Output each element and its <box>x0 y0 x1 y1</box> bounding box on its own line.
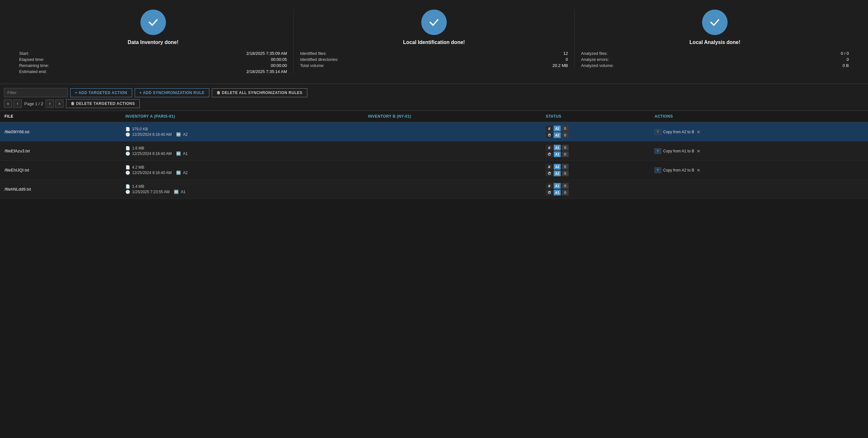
total-volume-label: Total volume: <box>300 63 440 68</box>
inv-a-date: 12/25/2024 8:16:40 AM <box>132 151 172 156</box>
status-cell: # A2 B ⏱ A2 B <box>541 161 650 180</box>
inv-a-size: 1.4 MB <box>132 184 144 189</box>
clock-badge-bottom: ⏱ <box>546 171 553 176</box>
version-badge-top: A1 <box>554 183 561 189</box>
inv-a-info: 📄 1.4 MB 🕐 1/25/2025 7:23:55 AM 🔤 A1 <box>125 184 359 194</box>
status-badges: # A2 B ⏱ A2 B <box>546 164 646 176</box>
server-icon: 🔤 <box>176 132 181 137</box>
hash-badge-top: # <box>546 183 553 189</box>
inv-a-tag: A1 <box>183 151 188 156</box>
inv-a-size-row: 📄 4.2 MB <box>125 165 359 170</box>
status-badge-row-bottom: ⏱ A1 B <box>546 151 646 157</box>
estimated-end-label: Estimated end: <box>19 69 143 74</box>
action-type-tag: T <box>654 167 661 173</box>
remaining-value: 00:00:00 <box>153 63 287 68</box>
inv-a-cell: 📄 1.6 MB 🕐 12/25/2024 8:16:40 AM 🔤 A1 <box>121 141 364 161</box>
server-icon: 🔤 <box>176 171 181 175</box>
analyzed-volume-value: 0 B <box>732 63 849 68</box>
server-icon: 🔤 <box>176 151 181 156</box>
extra-cell <box>837 180 868 199</box>
table-row[interactable]: /filehNLdd9.txt 📄 1.4 MB 🕐 1/25/2025 7:2… <box>0 180 868 199</box>
analyze-errors-value: 0 <box>732 57 849 62</box>
clock-icon: 🕐 <box>125 171 130 175</box>
analyzed-files-value: 0 / 0 <box>732 51 849 56</box>
table-row[interactable]: /fileEfAzu3.txt 📄 1.6 MB 🕐 12/25/2024 8:… <box>0 141 868 161</box>
clock-badge-bottom: ⏱ <box>546 190 553 195</box>
estimated-end-value: 2/18/2025 7:35:14 AM <box>153 69 287 74</box>
version-badge-bottom: A2 <box>554 171 561 176</box>
inv-a-date: 1/25/2025 7:23:55 AM <box>132 190 169 194</box>
local-analysis-panel: Local Analysis done! Analyzed files: 0 /… <box>575 9 855 68</box>
last-page-button[interactable]: » <box>55 99 63 108</box>
table-row[interactable]: /fileEhIJQI.txt 📄 4.2 MB 🕐 12/25/2024 8:… <box>0 161 868 180</box>
add-targeted-action-button[interactable]: + ADD TARGETED ACTION <box>70 88 132 97</box>
local-identification-check-icon <box>421 9 447 35</box>
inv-a-size: 379.0 KB <box>132 127 148 131</box>
status-badge-row-bottom: ⏱ A2 B <box>546 171 646 176</box>
b-badge-top: B <box>562 164 569 170</box>
prev-page-button[interactable]: ‹ <box>13 99 22 108</box>
actions-cell <box>650 180 837 199</box>
elapsed-label: Elapsed time: <box>19 57 143 62</box>
hash-badge-top: # <box>546 145 553 150</box>
analyzed-volume-label: Analyzed volume: <box>581 63 722 68</box>
local-analysis-grid: Analyzed files: 0 / 0 Analyze errors: 0 … <box>575 51 855 68</box>
file-name: /file09iY66.txt <box>4 129 29 134</box>
action-close-button[interactable]: ✕ <box>696 168 701 173</box>
file-cell: /file09iY66.txt <box>0 122 121 141</box>
toolbar-row-bottom: « ‹ Page 1 / 2 › » 🗑 DELETE TARGETED ACT… <box>4 99 864 108</box>
status-badge-row-bottom: ⏱ A2 B <box>546 132 646 138</box>
inv-b-cell <box>364 141 541 161</box>
next-page-button[interactable]: › <box>45 99 54 108</box>
local-identification-panel: Local Identification done! Identified fi… <box>293 9 575 68</box>
table-row[interactable]: /file09iY66.txt 📄 379.0 KB 🕐 12/25/2024 … <box>0 122 868 141</box>
inv-a-cell: 📄 379.0 KB 🕐 12/25/2024 8:16:40 AM 🔤 A2 <box>121 122 364 141</box>
first-page-button[interactable]: « <box>4 99 12 108</box>
action-label-text: Copy from A1 to B <box>663 149 694 153</box>
inv-a-info: 📄 4.2 MB 🕐 12/25/2024 8:16:40 AM 🔤 A2 <box>125 165 359 175</box>
file-icon: 📄 <box>125 184 130 189</box>
delete-targeted-actions-button[interactable]: 🗑 DELETE TARGETED ACTIONS <box>66 99 140 108</box>
inv-a-tag: A2 <box>183 171 188 175</box>
status-badges: # A1 B ⏱ A1 B <box>546 183 646 195</box>
remaining-label: Remaining time: <box>19 63 143 68</box>
data-inventory-title: Data Inventory done! <box>128 39 178 45</box>
clock-badge-bottom: ⏱ <box>546 151 553 157</box>
inv-a-tag: A2 <box>183 132 188 137</box>
inv-a-date-row: 🕐 12/25/2024 8:16:40 AM 🔤 A2 <box>125 132 359 137</box>
identified-files-label: Identified files: <box>300 51 440 56</box>
action-close-button[interactable]: ✕ <box>696 129 701 135</box>
add-sync-rule-button[interactable]: + ADD SYNCHRONIZATION RULE <box>135 88 209 97</box>
inv-a-date-row: 🕐 1/25/2025 7:23:55 AM 🔤 A1 <box>125 190 359 194</box>
col-header-file: FILE <box>0 111 121 122</box>
clock-badge-bottom: ⏱ <box>546 132 553 138</box>
version-badge-bottom: A1 <box>554 151 561 157</box>
delete-all-sync-rules-button[interactable]: 🗑 DELETE ALL SYNCHRONIZATION RULES <box>212 88 307 97</box>
action-close-button[interactable]: ✕ <box>696 148 701 154</box>
data-inventory-grid: Start: 2/18/2025 7:35:09 AM Elapsed time… <box>13 51 293 74</box>
inv-a-size-row: 📄 379.0 KB <box>125 127 359 131</box>
b-badge-top: B <box>562 145 569 150</box>
table-header-row: FILE INVENTORY A (PARIS-01) INVENTORY B … <box>0 111 868 122</box>
status-badge-row-top: # A1 B <box>546 183 646 189</box>
status-badge-row-top: # A2 B <box>546 164 646 170</box>
inv-a-size: 4.2 MB <box>132 165 144 170</box>
action-cell-content: T Copy from A1 to B ✕ <box>654 148 833 154</box>
status-badges: # A1 B ⏱ A1 B <box>546 145 646 157</box>
filter-input[interactable] <box>4 88 68 97</box>
version-badge-bottom: A1 <box>554 190 561 195</box>
file-name: /fileEhIJQI.txt <box>4 168 29 172</box>
status-badges: # A2 B ⏱ A2 B <box>546 126 646 138</box>
b-badge-bottom: B <box>562 190 569 195</box>
inv-a-date: 12/25/2024 8:16:40 AM <box>132 132 172 137</box>
inv-a-cell: 📄 4.2 MB 🕐 12/25/2024 8:16:40 AM 🔤 A2 <box>121 161 364 180</box>
data-inventory-check-icon <box>141 9 166 35</box>
b-badge-top: B <box>562 183 569 189</box>
b-badge-bottom: B <box>562 132 569 138</box>
inv-a-date: 12/25/2024 8:16:40 AM <box>132 171 172 175</box>
inv-b-cell <box>364 122 541 141</box>
col-header-inv-a: INVENTORY A (PARIS-01) <box>121 111 364 122</box>
version-badge-top: A1 <box>554 145 561 150</box>
local-analysis-title: Local Analysis done! <box>690 39 740 45</box>
start-value: 2/18/2025 7:35:09 AM <box>153 51 287 56</box>
